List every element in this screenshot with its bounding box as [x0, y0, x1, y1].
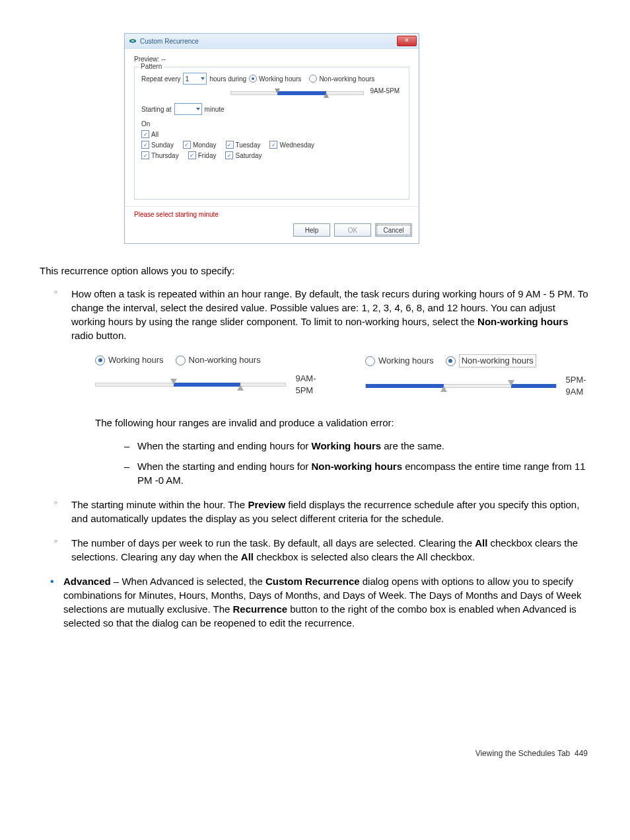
bullet-advanced: Advanced – When Advanced is selected, th…: [50, 574, 590, 630]
wednesday-checkbox[interactable]: Wednesday: [269, 141, 314, 149]
custom-recurrence-dialog: Custom Recurrence ✕ Preview: -- Pattern …: [124, 33, 419, 244]
hour-range-slider[interactable]: [230, 91, 364, 95]
example-working-hours: Working hours Non-working hours 9AM-5PM: [95, 354, 331, 399]
working-hours-radio[interactable]: Working hours: [95, 354, 164, 366]
radio-icon: [95, 356, 105, 365]
preview-label: Preview:: [134, 56, 159, 63]
bullet-days-per-week: The number of days per week to run the t…: [59, 536, 590, 564]
validation-message: Please select starting minute: [125, 206, 419, 219]
friday-checkbox[interactable]: Friday: [188, 151, 217, 159]
radio-icon: [309, 75, 317, 83]
dash-entire-range: When the starting and ending hours for N…: [127, 459, 590, 487]
radio-icon: [249, 75, 257, 83]
preview-value: --: [161, 56, 166, 63]
cancel-button[interactable]: Cancel: [375, 223, 412, 237]
non-working-hours-radio[interactable]: Non-working hours: [176, 354, 261, 366]
repeat-every-label: Repeat every: [141, 75, 180, 83]
radio-icon: [446, 356, 456, 366]
repeat-interval-select[interactable]: 1: [183, 73, 207, 85]
range-readout: 5PM-9AM: [566, 374, 602, 398]
range-readout: 9AM-5PM: [295, 373, 331, 397]
starting-at-label: Starting at: [141, 106, 172, 113]
help-button[interactable]: Help: [293, 223, 330, 237]
hours-during-label: hours during: [209, 75, 246, 83]
invalid-intro: The following hour ranges are invalid an…: [95, 416, 590, 430]
close-icon[interactable]: ✕: [397, 36, 417, 46]
chevron-down-icon: [196, 108, 200, 110]
minute-label: minute: [205, 106, 225, 113]
starting-minute-select[interactable]: [174, 103, 202, 115]
monday-checkbox[interactable]: Monday: [183, 141, 217, 149]
page-footer: Viewing the Schedules Tab 449: [40, 749, 590, 758]
hour-range-slider[interactable]: [95, 383, 286, 387]
on-label: On: [141, 120, 402, 128]
working-hours-radio[interactable]: Working hours: [365, 355, 434, 367]
radio-icon: [365, 356, 375, 366]
all-checkbox[interactable]: All: [141, 130, 158, 138]
radio-icon: [176, 356, 186, 365]
slider-handle-left-icon[interactable]: [170, 379, 177, 385]
repeat-value: 1: [185, 75, 189, 83]
slider-handle-right-icon[interactable]: [508, 380, 514, 386]
range-readout: 9AM-5PM: [370, 87, 400, 95]
example-non-working-hours: Working hours Non-working hours 5PM-9AM: [365, 354, 601, 399]
working-hours-radio[interactable]: Working hours: [249, 75, 301, 83]
tuesday-checkbox[interactable]: Tuesday: [226, 141, 261, 149]
slider-handle-right-icon[interactable]: [324, 93, 329, 98]
sunday-checkbox[interactable]: Sunday: [141, 141, 174, 149]
slider-handle-right-icon[interactable]: [237, 385, 244, 391]
app-icon: [129, 37, 137, 45]
non-working-hours-radio[interactable]: Non-working hours: [446, 354, 536, 367]
pattern-legend: Pattern: [139, 63, 164, 70]
dialog-title: Custom Recurrence: [140, 38, 199, 45]
saturday-checkbox[interactable]: Saturday: [225, 151, 262, 159]
chevron-down-icon: [201, 77, 205, 80]
dialog-titlebar: Custom Recurrence ✕: [125, 34, 419, 49]
slider-handle-left-icon[interactable]: [275, 89, 280, 94]
slider-handle-left-icon[interactable]: [440, 386, 447, 392]
non-working-hours-radio[interactable]: Non-working hours: [309, 75, 374, 83]
dash-same-hours: When the starting and ending hours for W…: [127, 439, 590, 453]
bullet-how-often: How often a task is repeated within an h…: [59, 287, 590, 487]
hour-range-slider[interactable]: [365, 384, 556, 388]
pattern-fieldset: Pattern Repeat every 1 hours during Work…: [134, 67, 409, 200]
thursday-checkbox[interactable]: Thursday: [141, 151, 179, 159]
intro-text: This recurrence option allows you to spe…: [40, 264, 590, 278]
ok-button[interactable]: OK: [334, 223, 371, 237]
bullet-starting-minute: The starting minute within the hour. The…: [59, 498, 590, 525]
